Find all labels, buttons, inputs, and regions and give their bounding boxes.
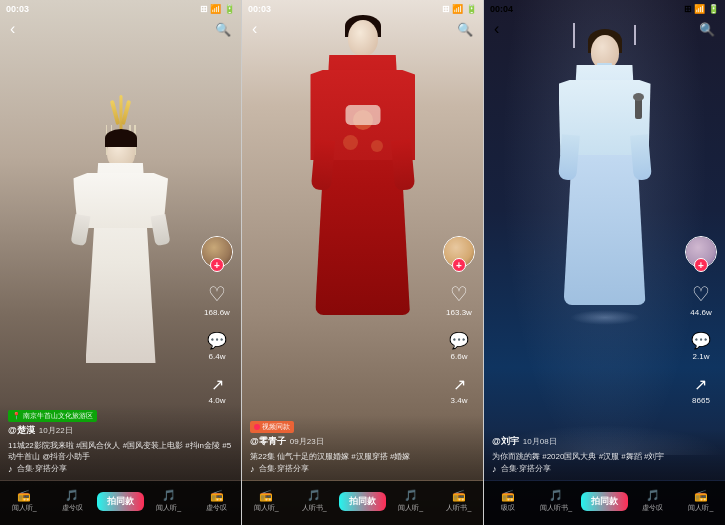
- bottom-nav-2: 📻 闻人听_ 🎵 人听书_ 拍同款 🎵 闻人听_ 📻 人听书_: [242, 481, 483, 525]
- nav-item-2-2[interactable]: 🎵 人听书_: [290, 489, 338, 513]
- nav-item-3-1[interactable]: 📻 吸叹: [484, 489, 532, 513]
- follow-button-3[interactable]: +: [694, 258, 708, 272]
- music-row-1: ♪ 合集·穿搭分享: [8, 464, 233, 474]
- search-button-3[interactable]: 🔍: [699, 22, 715, 37]
- right-actions-2: + ♡ 163.3w 💬 6.6w ↗ 3.4w: [443, 236, 475, 405]
- comment-action-1[interactable]: 💬 6.4w: [207, 331, 227, 361]
- video-badge-wrap-2: 视频同款: [250, 421, 475, 433]
- username-1: @楚漠: [8, 424, 35, 437]
- nav-label-3-4: 闻人听_: [688, 503, 713, 513]
- nav-icon-2-4: 📻: [452, 489, 466, 502]
- right-actions-1: + ♡ 168.6w 💬 6.4w ↗ 4.0w: [201, 236, 233, 405]
- record-label-2[interactable]: 拍同款: [339, 492, 386, 511]
- heart-icon-3: ♡: [692, 282, 710, 306]
- nav-label-3-3: 虚兮叹: [642, 503, 663, 513]
- nav-label-1-3: 闻人听_: [156, 503, 181, 513]
- follow-button-1[interactable]: +: [210, 258, 224, 272]
- status-bar-3: 00:04 ⊞ 📶 🔋: [484, 0, 725, 18]
- nav-icon-2-3: 🎵: [404, 489, 418, 502]
- record-button-1[interactable]: 拍同款: [96, 492, 144, 511]
- share-icon-3: ↗: [694, 375, 707, 394]
- music-text-2: 合集·穿搭分享: [259, 464, 309, 474]
- nav-item-3-3[interactable]: 🎵 虚兮叹: [629, 489, 677, 513]
- music-row-2: ♪ 合集·穿搭分享: [250, 464, 475, 474]
- comment-action-2[interactable]: 💬 6.6w: [449, 331, 469, 361]
- music-icon-3: ♪: [492, 464, 497, 474]
- comment-action-3[interactable]: 💬 2.1w: [691, 331, 711, 361]
- nav-icon-1-1: 📻: [17, 489, 31, 502]
- nav-item-1-4[interactable]: 📻 虚兮叹: [193, 489, 241, 513]
- username-3: @刘宇: [492, 435, 519, 448]
- back-button-1[interactable]: ‹: [10, 20, 15, 38]
- music-icon-1: ♪: [8, 464, 13, 474]
- nav-icon-3-3: 🎵: [646, 489, 660, 502]
- right-actions-3: + ♡ 44.6w 💬 2.1w ↗ 8665: [685, 236, 717, 405]
- record-label-3[interactable]: 拍同款: [581, 492, 628, 511]
- heart-icon-1: ♡: [208, 282, 226, 306]
- share-action-1[interactable]: ↗ 4.0w: [209, 375, 226, 405]
- share-count-3: 8665: [692, 396, 710, 405]
- description-1: 11城22影院我来啦 #国风合伙人 #国风变装上电影 #抖in金陵 #5动牛首山…: [8, 440, 233, 462]
- nav-label-3-2: 闻人听书_: [540, 503, 572, 513]
- top-bar-3: ‹ 🔍: [484, 20, 725, 38]
- share-action-2[interactable]: ↗ 3.4w: [451, 375, 468, 405]
- nav-item-2-1[interactable]: 📻 闻人听_: [242, 489, 290, 513]
- back-button-3[interactable]: ‹: [494, 20, 499, 38]
- nav-label-2-2: 人听书_: [302, 503, 327, 513]
- share-icon-2: ↗: [453, 375, 466, 394]
- top-bar-2: ‹ 🔍: [242, 20, 483, 38]
- avatar-3[interactable]: +: [685, 236, 717, 268]
- nav-item-1-2[interactable]: 🎵 虚兮叹: [48, 489, 96, 513]
- location-badge-1: 📍 南京牛首山文化旅游区: [8, 410, 97, 422]
- nav-item-3-2[interactable]: 🎵 闻人听书_: [532, 489, 580, 513]
- record-label-1[interactable]: 拍同款: [97, 492, 144, 511]
- status-time-1: 00:03: [6, 4, 29, 14]
- heart-icon-2: ♡: [450, 282, 468, 306]
- nav-item-2-4[interactable]: 📻 人听书_: [435, 489, 483, 513]
- avatar-2[interactable]: +: [443, 236, 475, 268]
- nav-icon-1-2: 🎵: [65, 489, 79, 502]
- comment-count-2: 6.6w: [451, 352, 468, 361]
- like-count-2: 163.3w: [446, 308, 472, 317]
- nav-label-2-1: 闻人听_: [254, 503, 279, 513]
- record-button-3[interactable]: 拍同款: [580, 492, 628, 511]
- nav-item-1-3[interactable]: 🎵 闻人听_: [145, 489, 193, 513]
- follow-button-2[interactable]: +: [452, 258, 466, 272]
- status-bar-2: 00:03 ⊞ 📶 🔋: [242, 0, 483, 18]
- back-button-2[interactable]: ‹: [252, 20, 257, 38]
- date-1: 10月22日: [39, 425, 73, 436]
- comment-icon-2: 💬: [449, 331, 469, 350]
- status-icons-3: ⊞ 📶 🔋: [684, 4, 719, 14]
- like-count-3: 44.6w: [690, 308, 711, 317]
- music-row-3: ♪ 合集·穿搭分享: [492, 464, 717, 474]
- avatar-1[interactable]: +: [201, 236, 233, 268]
- search-button-2[interactable]: 🔍: [457, 22, 473, 37]
- status-icons-1: ⊞ 📶 🔋: [200, 4, 235, 14]
- share-action-3[interactable]: ↗ 8665: [692, 375, 710, 405]
- username-2: @零青子: [250, 435, 286, 448]
- status-time-3: 00:04: [490, 4, 513, 14]
- nav-icon-2-1: 📻: [259, 489, 273, 502]
- description-3: 为你而跳的舞 #2020国风大典 #汉服 #舞蹈 #刘宇: [492, 451, 717, 462]
- nav-label-3-1: 吸叹: [501, 503, 515, 513]
- nav-icon-2-2: 🎵: [307, 489, 321, 502]
- music-text-3: 合集·穿搭分享: [501, 464, 551, 474]
- bottom-nav-1: 📻 闻人听_ 🎵 虚兮叹 拍同款 🎵 闻人听_ 📻 虚兮叹: [0, 481, 241, 525]
- date-3: 10月08日: [523, 436, 557, 447]
- search-button-1[interactable]: 🔍: [215, 22, 231, 37]
- status-icons-2: ⊞ 📶 🔋: [442, 4, 477, 14]
- nav-item-3-4[interactable]: 📻 闻人听_: [677, 489, 725, 513]
- nav-item-1-1[interactable]: 📻 闻人听_: [0, 489, 48, 513]
- record-button-2[interactable]: 拍同款: [338, 492, 386, 511]
- share-count-2: 3.4w: [451, 396, 468, 405]
- like-action-1[interactable]: ♡ 168.6w: [204, 282, 230, 317]
- nav-item-2-3[interactable]: 🎵 闻人听_: [387, 489, 435, 513]
- like-action-3[interactable]: ♡ 44.6w: [690, 282, 711, 317]
- music-text-1: 合集·穿搭分享: [17, 464, 67, 474]
- share-icon-1: ↗: [211, 375, 224, 394]
- comment-count-1: 6.4w: [209, 352, 226, 361]
- comment-icon-3: 💬: [691, 331, 711, 350]
- phone-panel-3: 00:04 ⊞ 📶 🔋 ‹ 🔍 + ♡ 44.6w 💬 2.1w ↗ 8665 …: [483, 0, 725, 525]
- nav-label-1-4: 虚兮叹: [206, 503, 227, 513]
- like-action-2[interactable]: ♡ 163.3w: [446, 282, 472, 317]
